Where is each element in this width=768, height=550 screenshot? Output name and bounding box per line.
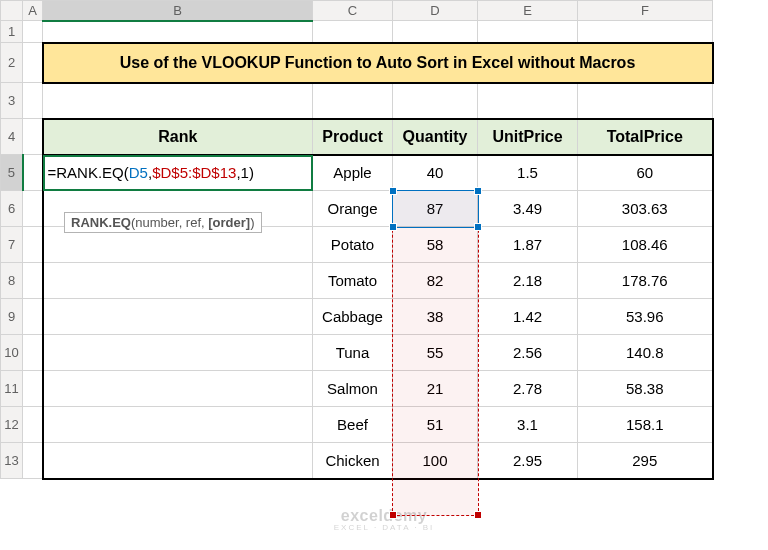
col-header-E[interactable]: E (478, 1, 578, 21)
header-product[interactable]: Product (313, 119, 393, 155)
cell-F7[interactable]: 108.46 (578, 227, 713, 263)
header-unitprice[interactable]: UnitPrice (478, 119, 578, 155)
row-header-1[interactable]: 1 (1, 21, 23, 43)
cell-A10[interactable] (23, 335, 43, 371)
cell-B1[interactable] (43, 21, 313, 43)
cell-C1[interactable] (313, 21, 393, 43)
cell-A5[interactable] (23, 155, 43, 191)
cell-D3[interactable] (393, 83, 478, 119)
cell-F10[interactable]: 140.8 (578, 335, 713, 371)
cell-C7[interactable]: Potato (313, 227, 393, 263)
row-header-6[interactable]: 6 (1, 191, 23, 227)
row-header-5[interactable]: 5 (1, 155, 23, 191)
header-totalprice[interactable]: TotalPrice (578, 119, 713, 155)
row-header-10[interactable]: 10 (1, 335, 23, 371)
cell-C5[interactable]: Apple (313, 155, 393, 191)
cell-B13[interactable] (43, 443, 313, 479)
cell-D8[interactable]: 82 (393, 263, 478, 299)
cell-A2[interactable] (23, 43, 43, 83)
cell-A13[interactable] (23, 443, 43, 479)
cell-F6[interactable]: 303.63 (578, 191, 713, 227)
cell-E3[interactable] (478, 83, 578, 119)
select-all-corner[interactable] (1, 1, 23, 21)
row-header-8[interactable]: 8 (1, 263, 23, 299)
cell-D6[interactable]: 87 (393, 191, 478, 227)
cell-A12[interactable] (23, 407, 43, 443)
cell-C10[interactable]: Tuna (313, 335, 393, 371)
row-header-11[interactable]: 11 (1, 371, 23, 407)
tooltip-fn-name[interactable]: RANK.EQ (71, 215, 131, 230)
cell-B11[interactable] (43, 371, 313, 407)
title-cell[interactable]: Use of the VLOOKUP Function to Auto Sort… (43, 43, 713, 83)
cell-E1[interactable] (478, 21, 578, 43)
col-header-F[interactable]: F (578, 1, 713, 21)
cell-F8[interactable]: 178.76 (578, 263, 713, 299)
tooltip-close: ) (250, 215, 254, 230)
cell-D10[interactable]: 55 (393, 335, 478, 371)
cell-B8[interactable] (43, 263, 313, 299)
cell-B5[interactable]: =RANK.EQ(D5,$D$5:$D$13,1) (43, 155, 313, 191)
col-header-B[interactable]: B (43, 1, 313, 21)
row-header-7[interactable]: 7 (1, 227, 23, 263)
cell-E6[interactable]: 3.49 (478, 191, 578, 227)
cell-F5[interactable]: 60 (578, 155, 713, 191)
cell-E11[interactable]: 2.78 (478, 371, 578, 407)
cell-D1[interactable] (393, 21, 478, 43)
cell-F11[interactable]: 58.38 (578, 371, 713, 407)
cell-E5[interactable]: 1.5 (478, 155, 578, 191)
cell-B3[interactable] (43, 83, 313, 119)
cell-E12[interactable]: 3.1 (478, 407, 578, 443)
header-rank[interactable]: Rank (43, 119, 313, 155)
cell-C3[interactable] (313, 83, 393, 119)
cell-D5[interactable]: 40 (393, 155, 478, 191)
col-header-C[interactable]: C (313, 1, 393, 21)
cell-A3[interactable] (23, 83, 43, 119)
cell-A9[interactable] (23, 299, 43, 335)
cell-corner-icon (474, 187, 482, 195)
col-header-D[interactable]: D (393, 1, 478, 21)
cell-B9[interactable] (43, 299, 313, 335)
cell-A11[interactable] (23, 371, 43, 407)
tooltip-opt[interactable]: [order] (208, 215, 250, 230)
cell-B12[interactable] (43, 407, 313, 443)
cell-F1[interactable] (578, 21, 713, 43)
cell-E9[interactable]: 1.42 (478, 299, 578, 335)
header-quantity[interactable]: Quantity (393, 119, 478, 155)
row-header-9[interactable]: 9 (1, 299, 23, 335)
spreadsheet-grid[interactable]: A B C D E F 1 2 Use of the VLOOKUP Funct… (0, 0, 714, 480)
column-header-row: A B C D E F (1, 1, 713, 21)
cell-C9[interactable]: Cabbage (313, 299, 393, 335)
row-header-2[interactable]: 2 (1, 43, 23, 83)
row-header-4[interactable]: 4 (1, 119, 23, 155)
cell-corner-icon (389, 187, 397, 195)
cell-A7[interactable] (23, 227, 43, 263)
cell-C13[interactable]: Chicken (313, 443, 393, 479)
cell-B10[interactable] (43, 335, 313, 371)
cell-F3[interactable] (578, 83, 713, 119)
cell-F12[interactable]: 158.1 (578, 407, 713, 443)
cell-F13[interactable]: 295 (578, 443, 713, 479)
cell-C11[interactable]: Salmon (313, 371, 393, 407)
cell-D9[interactable]: 38 (393, 299, 478, 335)
cell-E10[interactable]: 2.56 (478, 335, 578, 371)
cell-D12[interactable]: 51 (393, 407, 478, 443)
cell-C12[interactable]: Beef (313, 407, 393, 443)
row-header-12[interactable]: 12 (1, 407, 23, 443)
formula-tooltip[interactable]: RANK.EQ(number, ref, [order]) (64, 212, 262, 233)
cell-F9[interactable]: 53.96 (578, 299, 713, 335)
cell-A6[interactable] (23, 191, 43, 227)
cell-A1[interactable] (23, 21, 43, 43)
row-header-13[interactable]: 13 (1, 443, 23, 479)
cell-E7[interactable]: 1.87 (478, 227, 578, 263)
cell-E13[interactable]: 2.95 (478, 443, 578, 479)
cell-A8[interactable] (23, 263, 43, 299)
row-header-3[interactable]: 3 (1, 83, 23, 119)
cell-D11[interactable]: 21 (393, 371, 478, 407)
cell-E8[interactable]: 2.18 (478, 263, 578, 299)
cell-D13[interactable]: 100 (393, 443, 478, 479)
cell-A4[interactable] (23, 119, 43, 155)
cell-C6[interactable]: Orange (313, 191, 393, 227)
col-header-A[interactable]: A (23, 1, 43, 21)
cell-C8[interactable]: Tomato (313, 263, 393, 299)
cell-D7[interactable]: 58 (393, 227, 478, 263)
